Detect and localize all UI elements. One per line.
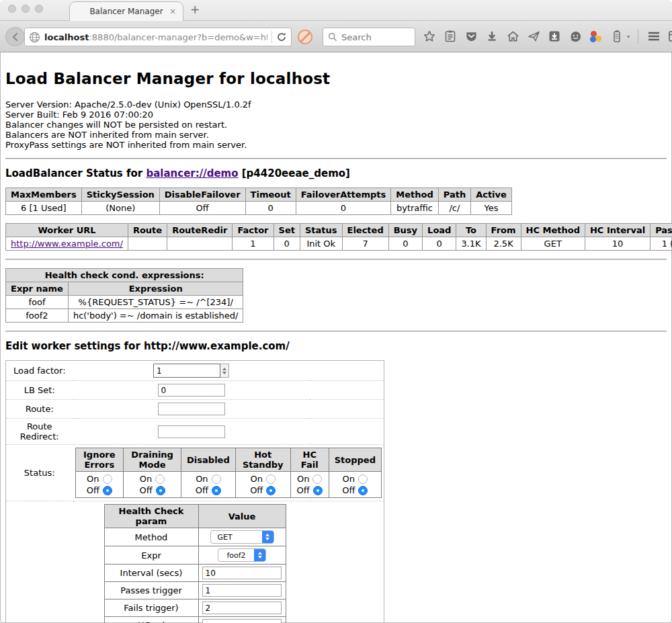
method-select[interactable]: GET (210, 530, 274, 544)
form-row-status: Status: Ignore Errors Draining Mode Disa… (6, 445, 384, 501)
off-label: Off (139, 485, 152, 496)
bookmark-star-icon[interactable] (422, 27, 437, 46)
page-title: Load Balancer Manager for localhost (5, 70, 667, 87)
col-hc-interval: HC Interval (585, 224, 650, 237)
save-to-device-icon[interactable] (547, 27, 562, 46)
edit-worker-heading: Edit worker settings for http://www.exam… (5, 340, 667, 352)
urlbar-divider (271, 31, 272, 43)
divider (5, 259, 667, 260)
battery-extension-icon[interactable] (610, 27, 624, 46)
worker-factor: 1 (233, 237, 274, 251)
hot-standby-on-radio[interactable] (266, 474, 276, 484)
url-path: :8880/balancer-manager?b=demo&w=http://w… (89, 32, 267, 42)
worker-hc-interval: 10 (585, 237, 650, 251)
col-ignore-errors: Ignore Errors (75, 448, 124, 472)
toolbar-divider (638, 29, 638, 44)
status-radio-row: On Off On Off On Off (75, 472, 382, 498)
address-text[interactable]: localhost:8880/balancer-manager?b=demo&w… (44, 32, 267, 42)
lb-set-input[interactable] (158, 384, 225, 397)
persist-notice: Balancer changes will NOT be persisted o… (5, 120, 667, 130)
fails-input[interactable] (202, 601, 282, 614)
pocket-icon[interactable] (464, 27, 478, 46)
col-expr-name: Expr name (6, 282, 69, 296)
val-active: Yes (471, 202, 512, 215)
ignore-errors-on-radio[interactable] (103, 474, 112, 484)
disabled-off-radio[interactable] (212, 486, 221, 495)
draining-mode-on-radio[interactable] (155, 474, 165, 484)
load-factor-field[interactable] (153, 364, 229, 378)
chat-smiley-icon[interactable] (568, 27, 583, 46)
col-routeredir: RouteRedir (167, 224, 233, 237)
grid-panel-icon[interactable] (667, 27, 672, 46)
route-label: Route: (6, 400, 73, 419)
expr-label: Expr (104, 546, 198, 565)
col-hc-fail: HC Fail (290, 448, 329, 472)
off-label: Off (250, 485, 263, 496)
col-hc-method: HC Method (521, 224, 585, 237)
content-blocked-icon[interactable] (298, 30, 312, 44)
send-plane-icon[interactable] (526, 27, 541, 46)
expr-name: foof2 (6, 309, 69, 323)
stopped-off-radio[interactable] (358, 486, 368, 495)
select-arrows-icon (254, 548, 265, 562)
search-bar[interactable] (323, 28, 415, 46)
route-input[interactable] (158, 403, 225, 415)
colored-dots-extension-icon[interactable] (589, 27, 603, 46)
stopped-on-radio[interactable] (358, 474, 368, 484)
interval-input[interactable] (202, 567, 282, 579)
tab-balancer-manager[interactable]: Balancer Manager × (69, 1, 183, 21)
downloads-icon[interactable] (485, 27, 499, 46)
reload-icon[interactable] (276, 32, 287, 42)
col-draining-mode: Draining Mode (124, 448, 181, 472)
hc-fail-off-radio[interactable] (313, 486, 323, 495)
method-selected-value: GET (211, 533, 262, 542)
hc-row-hc-uri: HC uri (104, 617, 286, 623)
search-input[interactable] (341, 32, 409, 42)
col-failoverattempts: FailoverAttempts (296, 188, 391, 202)
expr-value: %{REQUEST_STATUS} =~ /^[234]/ (68, 296, 243, 309)
draining-mode-off-radio[interactable] (156, 486, 165, 495)
menu-hamburger-icon[interactable] (646, 27, 661, 46)
expr-selected-value: foof2 (218, 551, 254, 560)
back-arrow-icon (10, 32, 21, 42)
hc-row-interval: Interval (secs) (104, 565, 286, 582)
col-disablefailover: DisableFailover (159, 188, 245, 202)
zoom-window-button[interactable] (35, 5, 43, 13)
home-icon[interactable] (505, 27, 520, 46)
ignore-errors-off-radio[interactable] (103, 486, 112, 495)
expr-select[interactable]: foof2 (218, 548, 266, 562)
val-timeout: 0 (245, 202, 296, 215)
reading-list-icon[interactable] (443, 27, 458, 46)
form-row-route-redirect: Route Redirect: (6, 419, 384, 445)
balancer-demo-link[interactable]: balancer://demo (146, 167, 238, 179)
minimize-window-button[interactable] (22, 5, 30, 13)
tab-close-icon[interactable]: × (169, 7, 176, 16)
back-button[interactable] (5, 27, 25, 46)
divider (5, 158, 667, 159)
health-check-table: Health Check param Value Method GET (104, 504, 286, 623)
chevron-down-icon[interactable]: ▾ (627, 34, 630, 40)
val-path: /c/ (438, 202, 470, 215)
passes-input[interactable] (202, 584, 282, 597)
url-domain: localhost (44, 32, 89, 42)
hc-uri-input[interactable] (202, 619, 282, 623)
heading-prefix: LoadBalancer Status for (5, 167, 146, 179)
col-from: From (486, 224, 521, 237)
status-label: Status: (6, 445, 73, 501)
hc-fail-on-radio[interactable] (312, 474, 322, 484)
load-factor-input[interactable] (153, 364, 220, 378)
number-stepper[interactable] (220, 364, 229, 378)
url-bar[interactable]: localhost:8880/balancer-manager?b=demo&w… (24, 28, 292, 46)
interval-label: Interval (secs) (104, 565, 198, 582)
expr-row: foof2 hc('body') =~ /domain is establish… (6, 309, 243, 323)
worker-passes: 1 (0) (650, 237, 672, 251)
worker-url-link[interactable]: http://www.example.com/ (11, 239, 123, 249)
window-controls[interactable] (8, 5, 43, 13)
method-label: Method (104, 528, 198, 546)
col-expression: Expression (68, 282, 243, 296)
route-redirect-input[interactable] (158, 425, 225, 438)
close-window-button[interactable] (8, 5, 16, 13)
hot-standby-off-radio[interactable] (266, 486, 276, 495)
new-tab-button[interactable]: + (190, 3, 200, 16)
disabled-on-radio[interactable] (212, 474, 221, 484)
